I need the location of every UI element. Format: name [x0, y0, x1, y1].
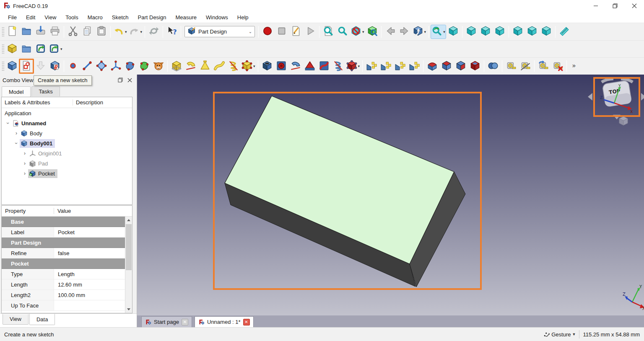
menu-tools[interactable]: Tools — [61, 12, 83, 23]
fillet-button[interactable] — [425, 59, 439, 73]
boolean-operation-button[interactable] — [486, 59, 500, 73]
draft-button[interactable] — [454, 59, 468, 73]
measure-angular-button[interactable] — [518, 59, 532, 73]
make-sub-link-button[interactable]: ▾ — [48, 42, 63, 56]
additive-primitive-button[interactable]: ▾ — [241, 59, 256, 73]
measure-linear-button[interactable] — [504, 59, 518, 73]
property-value[interactable]: false — [54, 248, 125, 258]
toolbar-overflow-button[interactable]: » — [569, 59, 583, 73]
document-tab-unnamed-1[interactable]: Unnamed : 1*✕ — [195, 316, 254, 327]
scrollbar-thumb[interactable] — [126, 224, 132, 270]
macro-stop-button[interactable] — [275, 25, 289, 39]
menu-windows[interactable]: Windows — [201, 12, 233, 23]
undo-button[interactable]: ▾ — [112, 25, 128, 39]
menu-help[interactable]: Help — [233, 12, 253, 23]
dropdown-arrow-icon[interactable]: ▾ — [443, 30, 445, 34]
open-document-button[interactable] — [19, 25, 34, 39]
tab-view[interactable]: View — [3, 314, 29, 325]
link-navigate-button[interactable]: ▾ — [412, 25, 427, 39]
tree-item-origin001[interactable]: ›Origin001 — [2, 148, 132, 158]
selection-filter-button[interactable]: ▾ — [350, 25, 365, 39]
close-panel-icon[interactable] — [125, 76, 134, 84]
view-right-button[interactable] — [493, 25, 507, 39]
property-column[interactable]: Property — [2, 208, 54, 214]
pad-button[interactable] — [169, 59, 184, 73]
property-scrollbar[interactable] — [125, 217, 132, 313]
expander-icon[interactable]: › — [21, 160, 28, 166]
tab-tasks[interactable]: Tasks — [31, 86, 60, 96]
view-front-button[interactable] — [464, 25, 478, 39]
box-zoom-button[interactable] — [365, 25, 379, 39]
subtractive-primitive-button[interactable]: ▾ — [345, 59, 361, 73]
workbench-selector[interactable]: Part Design⌄ — [184, 26, 255, 37]
refresh-button[interactable] — [147, 25, 161, 39]
macro-execute-button[interactable] — [303, 25, 317, 39]
groove-button[interactable] — [288, 59, 303, 73]
dropdown-arrow-icon[interactable]: ▾ — [362, 30, 364, 34]
clone-button[interactable] — [151, 59, 166, 73]
expander-icon[interactable]: › — [21, 150, 28, 156]
tree-item-pocket[interactable]: ›Pocket — [2, 168, 132, 178]
datum-line-button[interactable] — [80, 59, 94, 73]
tree-item-unnamed[interactable]: ›Unnamed — [2, 118, 132, 128]
navigation-style-dropdown[interactable]: Gesture ▼ — [543, 331, 576, 338]
menu-view[interactable]: View — [40, 12, 61, 23]
shape-binder-button[interactable] — [123, 59, 137, 73]
copy-button[interactable] — [80, 25, 94, 39]
multi-transform-button[interactable] — [407, 59, 421, 73]
fit-all-button[interactable] — [321, 25, 335, 39]
navigate-back-button[interactable] — [383, 25, 397, 39]
close-tab-icon[interactable]: ✕ — [182, 319, 188, 326]
menu-measure[interactable]: Measure — [171, 12, 201, 23]
expander-icon[interactable]: › — [13, 140, 19, 147]
tab-data[interactable]: Data — [29, 314, 55, 325]
additive-sweep-button[interactable] — [212, 59, 226, 73]
sub-shape-binder-button[interactable] — [137, 59, 151, 73]
property-group-base[interactable]: Base — [2, 217, 125, 227]
property-value[interactable]: Length — [54, 269, 125, 279]
create-group-button[interactable] — [19, 42, 34, 56]
view-bottom-button[interactable] — [525, 25, 539, 39]
minimize-button[interactable] — [586, 0, 605, 12]
view-rear-button[interactable] — [511, 25, 525, 39]
whats-this-button[interactable]: ? — [165, 25, 179, 39]
menu-edit[interactable]: Edit — [21, 12, 40, 23]
datum-plane-button[interactable] — [94, 59, 109, 73]
mirrored-pattern-button[interactable] — [364, 59, 379, 73]
fit-selection-button[interactable] — [335, 25, 350, 39]
create-sketch-button[interactable] — [19, 59, 34, 73]
paste-button[interactable] — [94, 25, 109, 39]
cut-button[interactable] — [66, 25, 80, 39]
menu-file[interactable]: File — [3, 12, 21, 23]
property-value[interactable]: 12.60 mm — [54, 279, 125, 289]
save-document-button[interactable] — [34, 25, 48, 39]
menu-sketch[interactable]: Sketch — [107, 12, 133, 23]
property-value[interactable]: 100.00 mm — [54, 290, 125, 300]
scroll-up-icon[interactable] — [125, 217, 132, 224]
tree-column-labels[interactable]: Labels & Attributes — [2, 99, 73, 106]
3d-viewport[interactable]: TOP Y Z X Y X Z Start page✕Unnamed : 1*✕ — [137, 75, 644, 327]
property-group-pocket[interactable]: Pocket — [2, 258, 125, 269]
subtractive-helix-button[interactable] — [331, 59, 345, 73]
tree-item-body[interactable]: ›Body — [2, 128, 132, 138]
expander-icon[interactable]: › — [13, 130, 20, 136]
new-document-button[interactable] — [5, 25, 19, 39]
redo-button[interactable]: ▾ — [128, 25, 143, 39]
document-tab-start-page[interactable]: Start page✕ — [141, 316, 192, 327]
dropdown-arrow-icon[interactable]: ▾ — [253, 64, 255, 68]
dropdown-arrow-icon[interactable]: ▾ — [358, 64, 360, 68]
property-group-part-design[interactable]: Part Design — [2, 238, 125, 248]
sync-view-button[interactable]: ▾ — [431, 25, 446, 39]
revolution-button[interactable] — [184, 59, 198, 73]
tree-item-body001[interactable]: ›Body001 — [2, 138, 132, 148]
scroll-down-icon[interactable] — [125, 306, 132, 313]
thickness-button[interactable] — [468, 59, 482, 73]
macro-record-button[interactable] — [260, 25, 275, 39]
measure-refresh-button[interactable] — [536, 59, 551, 73]
expander-icon[interactable]: › — [5, 120, 11, 127]
make-link-button[interactable] — [34, 42, 48, 56]
menu-macro[interactable]: Macro — [83, 12, 107, 23]
map-sketch-to-face-button[interactable] — [48, 59, 62, 73]
create-part-button[interactable] — [5, 42, 19, 56]
property-value[interactable]: Pocket — [54, 227, 125, 237]
